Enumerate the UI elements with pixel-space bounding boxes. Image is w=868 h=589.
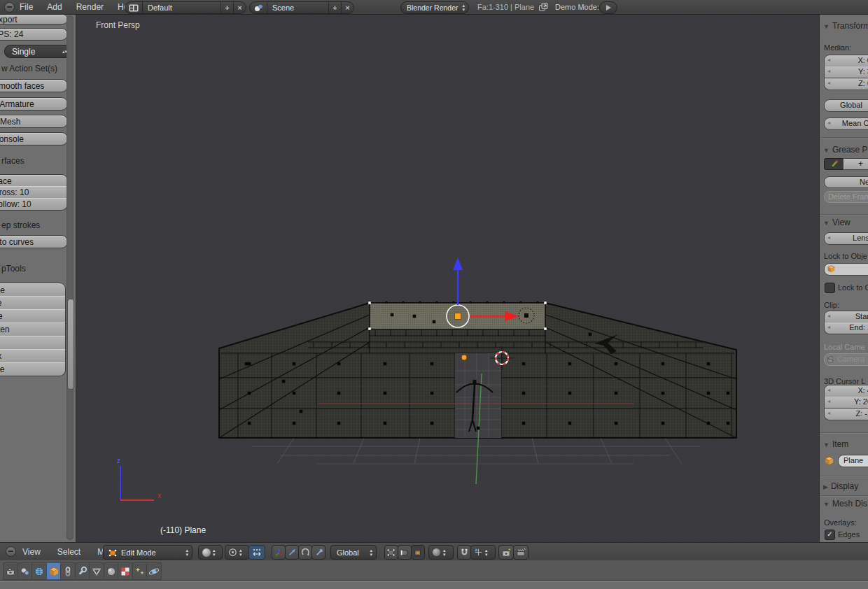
info-header: FileAddRenderHelp Default + × Scene + × … [0,0,868,15]
view3d-menu-view[interactable]: View [20,547,43,557]
grease-pencil-draw-button[interactable] [824,158,844,170]
shelf-button-smooth-faces[interactable]: Smooth faces [0,79,68,92]
demo-play-button[interactable] [599,1,617,14]
render-engine-select[interactable]: Blender Render ▴▾ [400,1,469,14]
scrollbar-thumb[interactable] [67,299,74,390]
shelf-select-single[interactable]: Single▴▾ [4,45,71,58]
shelf-button-export[interactable]: Export [0,14,68,24]
lock-object-selector[interactable] [824,263,868,276]
properties-tab-physics[interactable] [146,562,162,580]
edges-checkbox[interactable]: ✓ [825,530,835,540]
grease-new-layer-button[interactable]: New [824,176,868,188]
tool-shelf-scrollbar[interactable] [66,15,74,540]
layout-close-button[interactable]: × [234,2,246,13]
shelf-button-add-mesh[interactable]: d Mesh [0,115,68,128]
opengl-render-anim-button[interactable] [513,545,528,560]
mesh-select-vertex[interactable] [384,545,398,560]
clip-end-field[interactable]: ◂End: 1 [824,322,868,334]
median-x-field[interactable]: ◂X: 0 [824,55,868,67]
pivot-point-select[interactable]: ▴▾ [225,545,249,560]
layout-add-button[interactable]: + [220,2,234,13]
mode-select[interactable]: Edit Mode ▴▾ [103,545,192,560]
window-duplicate-icon[interactable] [538,1,549,15]
mesh-select-edge[interactable] [398,545,412,560]
shelf-button-strokes-to-curves[interactable]: s to curves [0,235,68,248]
grease-pencil-add-button[interactable]: + [843,158,868,170]
lens-field[interactable]: ◂Lens: [824,232,868,245]
shelf-button-fps[interactable]: FPS: 24 [0,28,68,41]
view3d-menu-select[interactable]: Select [55,547,83,557]
shelf-button-looptools-buttons-2[interactable]: rve [0,309,66,323]
properties-tab-world[interactable] [31,562,47,580]
properties-tab-object-data[interactable] [89,562,104,580]
mesh-select-face[interactable] [411,545,425,560]
world-icon [34,566,45,577]
axis-tripod-toggle[interactable] [272,545,286,560]
screen-layout-selector[interactable]: Default + × [125,1,246,14]
editor-type-icon[interactable] [4,2,15,13]
panel-header-item[interactable]: ▼Item [823,439,848,449]
rotate-manipulator-toggle[interactable] [298,545,312,560]
transform-orientation-select[interactable]: Global ▴▾ [330,545,377,560]
menu-add[interactable]: Add [44,2,64,12]
shelf-button-cross[interactable]: Cross: 10 [0,186,68,199]
clip-start-field[interactable]: ◂Start [824,311,868,323]
viewport-canvas[interactable] [76,14,819,542]
layout-name[interactable]: Default [143,3,220,12]
cursor-y-field[interactable]: ◂Y: 20 [824,397,868,409]
panel-header-display[interactable]: ▶Display [823,481,858,491]
properties-tab-object[interactable] [46,562,62,580]
layout-browse-icon[interactable] [125,2,143,13]
shelf-button-looptools-buttons-0[interactable]: dge [0,283,66,297]
mean-crease-field[interactable]: ◂Mean Cr [824,118,868,130]
view-name-label: Front Persp [96,20,140,30]
menu-render[interactable]: Render [74,2,106,12]
manipulator-toggle[interactable] [248,545,265,560]
grease-delete-frame-button[interactable]: Delete Fram [824,191,868,203]
object-origin-dot [461,355,467,360]
median-z-field[interactable]: ◂Z: 0 [824,78,868,90]
shelf-button-follow[interactable]: Follow: 10 [0,198,68,211]
scene-close-button[interactable]: × [342,2,354,13]
menu-file[interactable]: File [17,2,36,12]
pencil-icon [830,159,839,169]
cursor-z-field[interactable]: ◂Z: -1 [824,409,868,420]
viewport-3d-region[interactable]: Front Persp (-110) Plane z x [76,14,819,542]
shelf-button-looptools-buttons-5[interactable]: lax [0,349,66,363]
shelf-button-add-armature[interactable]: d Armature [0,97,68,111]
scene-selector[interactable]: Scene + × [249,1,354,14]
editor-type-icon-3d[interactable] [6,546,16,557]
shelf-button-console[interactable]: Console [0,132,68,146]
panel-header-grease-pencil[interactable]: ▼Grease P [823,145,868,155]
scene-name[interactable]: Scene [267,3,328,12]
properties-tab-particles[interactable] [132,562,148,580]
viewport-shading-select[interactable]: ▴▾ [198,545,223,560]
cursor-x-field[interactable]: ◂X: 4 [824,385,868,397]
shelf-button-looptools-buttons-3[interactable]: atten [0,322,66,336]
properties-tab-render[interactable] [3,562,18,580]
shelf-button-looptools-buttons-4[interactable]: ft [0,336,66,350]
panel-header-view[interactable]: ▼View [823,218,850,227]
local-camera-selector[interactable]: Camera [824,353,868,366]
median-y-field[interactable]: ◂Y: 3 [824,66,868,78]
properties-tab-texture[interactable] [118,562,133,580]
properties-tab-scene[interactable] [18,562,33,580]
opengl-render-image-button[interactable] [498,545,514,560]
snap-toggle[interactable] [457,545,471,560]
scene-add-button[interactable]: + [328,2,342,13]
properties-tab-material[interactable] [104,562,119,580]
panel-header-transform[interactable]: ▼Transform [823,21,868,31]
properties-tab-modifiers[interactable] [75,562,90,580]
global-toggle-button[interactable]: Global [824,99,868,112]
snap-element-select[interactable]: ▴▾ [470,545,496,560]
object-name-field[interactable]: Plane [838,455,868,467]
lock-to-cursor-checkbox[interactable] [825,283,835,293]
panel-header-mesh-display[interactable]: ▼Mesh Dis [823,499,867,509]
translate-manipulator-toggle[interactable] [285,545,299,560]
scene-browse-icon[interactable] [250,2,267,13]
shelf-button-looptools-buttons-1[interactable]: cle [0,296,66,310]
scale-manipulator-toggle[interactable] [312,545,326,560]
properties-tab-constraints[interactable] [60,562,76,580]
shelf-button-looptools-buttons-6[interactable]: ace [0,362,66,376]
proportional-edit-select[interactable]: ▴▾ [428,545,454,560]
